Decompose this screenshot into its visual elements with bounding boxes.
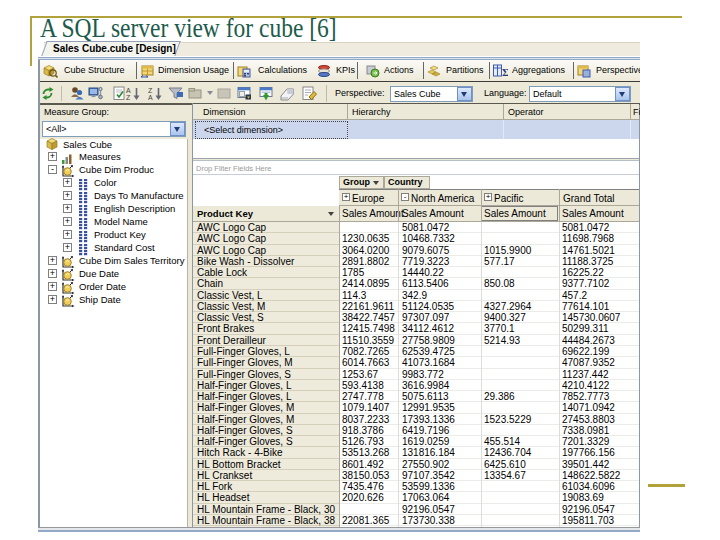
svg-text:A: A bbox=[148, 94, 153, 101]
svg-text:Z: Z bbox=[126, 94, 131, 101]
svg-text:Σ: Σ bbox=[502, 66, 508, 78]
svg-text:A: A bbox=[126, 87, 131, 94]
svg-text:Z: Z bbox=[148, 87, 153, 94]
